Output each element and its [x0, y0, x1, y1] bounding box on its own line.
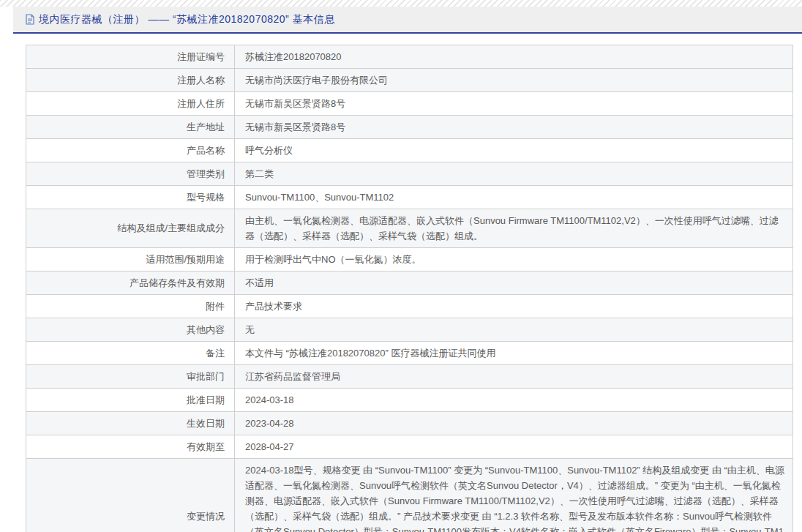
- header-bar: 境内医疗器械（注册） —— “苏械注准20182070820” 基本信息: [13, 7, 802, 34]
- row-label: 管理类别: [26, 162, 235, 186]
- table-row: 有效期至 2028-04-27: [26, 435, 793, 459]
- row-value: 产品技术要求: [235, 295, 793, 318]
- table-row: 型号规格 Sunvou-TM1100、Sunvou-TM1102: [26, 186, 793, 209]
- row-value: 不适用: [235, 271, 793, 295]
- table-row: 备注 本文件与 “苏械注准20182070820” 医疗器械注册证共同使用: [26, 342, 793, 365]
- row-value: Sunvou-TM1100、Sunvou-TM1102: [235, 186, 793, 209]
- row-value: 2028-04-27: [235, 435, 793, 459]
- row-label: 型号规格: [26, 186, 235, 209]
- table-row: 产品名称 呼气分析仪: [26, 139, 793, 162]
- row-value: 无锡市新吴区景贤路8号: [235, 116, 793, 139]
- row-label: 审批部门: [26, 365, 235, 389]
- table-row: 审批部门 江苏省药品监督管理局: [26, 365, 793, 389]
- row-value: 2024-03-18: [235, 389, 793, 412]
- table-row: 结构及组成/主要组成成分 由主机、一氧化氮检测器、电源适配器、嵌入式软件（Sun…: [26, 209, 793, 248]
- table-wrapper: 注册证编号 苏械注准20182070820 注册人名称 无锡市尚沃医疗电子股份有…: [13, 34, 802, 532]
- row-label: 产品储存条件及有效期: [26, 271, 235, 295]
- row-value: 呼气分析仪: [235, 139, 793, 162]
- table-row: 生效日期 2023-04-28: [26, 412, 793, 435]
- row-value: 无锡市尚沃医疗电子股份有限公司: [235, 69, 793, 92]
- row-label: 变更情况: [26, 459, 235, 532]
- page-title: 境内医疗器械（注册） —— “苏械注准20182070820” 基本信息: [39, 13, 335, 26]
- row-value: 由主机、一氧化氮检测器、电源适配器、嵌入式软件（Sunvou Firmware …: [235, 209, 793, 248]
- row-label: 结构及组成/主要组成成分: [26, 209, 235, 248]
- row-label: 其他内容: [26, 318, 235, 342]
- table-row: 适用范围/预期用途 用于检测呼出气中NO（一氧化氮）浓度。: [26, 248, 793, 271]
- row-label: 产品名称: [26, 139, 235, 162]
- document-icon: [25, 14, 35, 25]
- table-row: 生产地址 无锡市新吴区景贤路8号: [26, 116, 793, 139]
- decorative-stripe-band: [0, 0, 802, 7]
- registration-info-table: 注册证编号 苏械注准20182070820 注册人名称 无锡市尚沃医疗电子股份有…: [26, 45, 793, 532]
- row-label: 备注: [26, 342, 235, 365]
- row-value: 苏械注准20182070820: [235, 45, 793, 69]
- row-value: 2024-03-18型号、规格变更 由 “Sunvou-TM1100” 变更为 …: [235, 459, 793, 532]
- row-value: 本文件与 “苏械注准20182070820” 医疗器械注册证共同使用: [235, 342, 793, 365]
- table-row: 注册人名称 无锡市尚沃医疗电子股份有限公司: [26, 69, 793, 92]
- row-value: 第二类: [235, 162, 793, 186]
- table-row: 附件 产品技术要求: [26, 295, 793, 318]
- row-value: 用于检测呼出气中NO（一氧化氮）浓度。: [235, 248, 793, 271]
- table-row: 产品储存条件及有效期 不适用: [26, 271, 793, 295]
- row-label: 适用范围/预期用途: [26, 248, 235, 271]
- row-label: 有效期至: [26, 435, 235, 459]
- row-value: 江苏省药品监督管理局: [235, 365, 793, 389]
- row-label: 附件: [26, 295, 235, 318]
- row-label: 注册人住所: [26, 92, 235, 116]
- row-label: 生产地址: [26, 116, 235, 139]
- row-label: 生效日期: [26, 412, 235, 435]
- row-value: 无锡市新吴区景贤路8号: [235, 92, 793, 116]
- table-row: 注册证编号 苏械注准20182070820: [26, 45, 793, 69]
- table-row: 管理类别 第二类: [26, 162, 793, 186]
- table-row: 批准日期 2024-03-18: [26, 389, 793, 412]
- row-label: 注册证编号: [26, 45, 235, 69]
- table-row: 注册人住所 无锡市新吴区景贤路8号: [26, 92, 793, 116]
- row-value: 2023-04-28: [235, 412, 793, 435]
- table-body: 注册证编号 苏械注准20182070820 注册人名称 无锡市尚沃医疗电子股份有…: [26, 45, 793, 532]
- table-row: 其他内容 无: [26, 318, 793, 342]
- row-value: 无: [235, 318, 793, 342]
- row-label: 注册人名称: [26, 69, 235, 92]
- table-row: 变更情况 2024-03-18型号、规格变更 由 “Sunvou-TM1100”…: [26, 459, 793, 532]
- content-card: 境内医疗器械（注册） —— “苏械注准20182070820” 基本信息 注册证…: [13, 7, 802, 532]
- row-label: 批准日期: [26, 389, 235, 412]
